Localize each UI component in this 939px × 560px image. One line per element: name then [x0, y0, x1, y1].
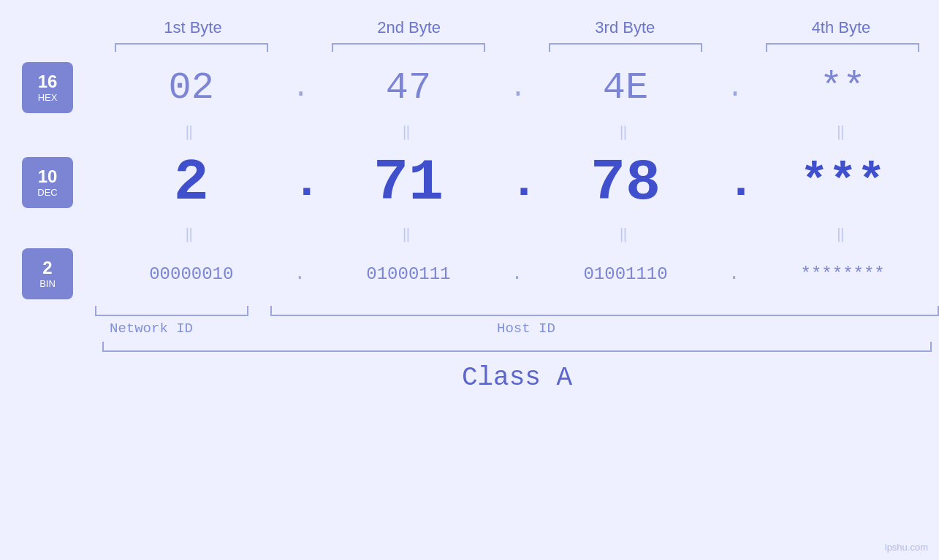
bracket-host — [270, 306, 939, 316]
dec-dot-3: . — [727, 156, 742, 210]
bin-val-2: 01000111 — [332, 264, 485, 284]
hex-val-1: 02 — [115, 66, 268, 110]
top-bracket-4 — [766, 43, 919, 52]
top-bracket-3 — [549, 43, 702, 52]
bin-badge: 2 BIN — [22, 248, 73, 299]
bottom-bracket-labels-row: Network ID Host ID — [0, 303, 939, 340]
dec-row: 10 DEC 2 . 71 . 78 . *** — [0, 142, 939, 223]
byte-label-3: 3rd Byte — [544, 18, 705, 37]
eq-1: ‖ — [115, 123, 268, 141]
hex-row: 16 HEX 02 . 47 . 4E . ** — [0, 55, 939, 120]
bin-val-1: 00000010 — [115, 264, 268, 284]
bin-val-4: ******** — [766, 264, 919, 284]
eq2-2: ‖ — [332, 225, 485, 243]
dec-badge: 10 DEC — [22, 157, 73, 208]
hex-val-3: 4E — [549, 66, 702, 110]
top-bracket-2 — [332, 43, 485, 52]
byte-label-4: 4th Byte — [761, 18, 921, 37]
network-id-label: Network ID — [110, 321, 193, 337]
bin-row: 2 BIN 00000010 . 01000111 . 01001110 . *… — [0, 245, 939, 303]
top-bracket-1 — [115, 43, 268, 52]
hex-dot-3: . — [727, 72, 742, 104]
page-container: 1st Byte 2nd Byte 3rd Byte 4th Byte 16 H… — [0, 0, 939, 560]
host-id-label: Host ID — [497, 321, 555, 337]
hex-val-4: ** — [766, 66, 919, 110]
byte-label-2: 2nd Byte — [329, 18, 490, 37]
bin-dot-2: . — [509, 263, 524, 285]
equals-row-1: ‖ ‖ ‖ ‖ — [0, 120, 939, 142]
equals-row-2: ‖ ‖ ‖ ‖ — [0, 223, 939, 245]
dec-val-1: 2 — [115, 150, 268, 216]
full-bottom-bracket-row — [0, 340, 939, 354]
bracket-network — [95, 306, 248, 316]
watermark: ipshu.com — [885, 542, 928, 553]
bin-dot-3: . — [727, 263, 742, 285]
eq2-3: ‖ — [549, 225, 702, 243]
dec-dot-2: . — [509, 156, 524, 210]
hex-val-2: 47 — [332, 66, 485, 110]
dec-val-3: 78 — [549, 150, 702, 216]
byte-label-1: 1st Byte — [113, 18, 273, 37]
dec-val-4: *** — [766, 156, 919, 210]
eq2-4: ‖ — [766, 225, 919, 243]
eq-4: ‖ — [766, 123, 919, 141]
eq2-1: ‖ — [115, 225, 268, 243]
bin-dot-1: . — [292, 263, 307, 285]
dec-dot-1: . — [292, 156, 307, 210]
class-row: Class A — [0, 354, 939, 402]
hex-dot-2: . — [509, 72, 524, 104]
top-brackets-row — [0, 40, 939, 55]
class-label: Class A — [462, 363, 572, 393]
full-bottom-bracket — [102, 342, 932, 352]
bin-val-3: 01001110 — [549, 264, 702, 284]
hex-dot-1: . — [292, 72, 307, 104]
header-row: 1st Byte 2nd Byte 3rd Byte 4th Byte — [0, 0, 939, 40]
eq-3: ‖ — [549, 123, 702, 141]
eq-2: ‖ — [332, 123, 485, 141]
hex-badge: 16 HEX — [22, 62, 73, 113]
dec-val-2: 71 — [332, 150, 485, 216]
